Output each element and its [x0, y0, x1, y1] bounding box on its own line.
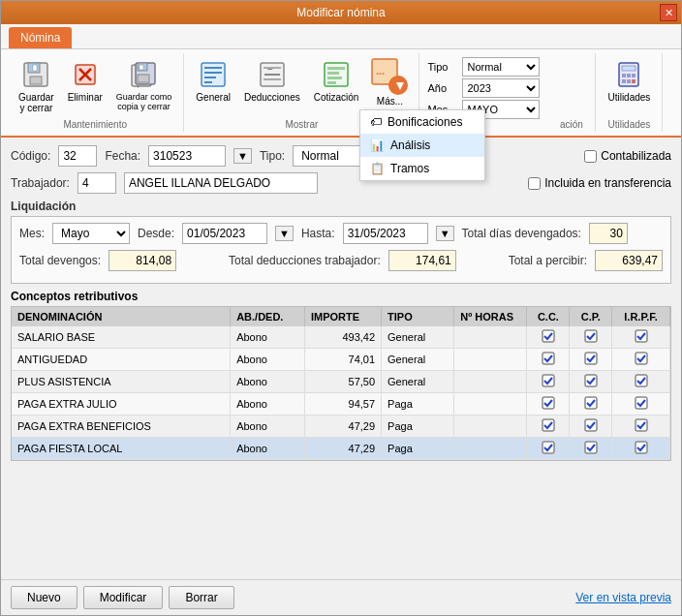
svg-rect-53 — [585, 419, 597, 431]
contabilizada-text: Contabilizada — [601, 149, 671, 163]
svg-rect-14 — [204, 67, 222, 69]
delete-icon — [70, 59, 101, 90]
total-dias-input[interactable] — [589, 223, 628, 244]
save-icon — [20, 59, 51, 90]
cell-irpf[interactable] — [612, 438, 670, 460]
cell-cc[interactable] — [527, 438, 570, 460]
mes-liq-select[interactable]: Mayo — [52, 223, 130, 244]
svg-rect-50 — [585, 397, 597, 409]
col-tipo: TIPO — [382, 307, 454, 326]
ver-preview-link[interactable]: Ver en vista previa — [575, 591, 671, 604]
cell-cc[interactable] — [527, 349, 570, 371]
cell-cp[interactable] — [570, 416, 612, 438]
table-row[interactable]: SALARIO BASE Abono 493,42 General — [12, 326, 670, 349]
svg-rect-51 — [636, 397, 647, 409]
contabilizada-checkbox[interactable] — [584, 150, 597, 163]
cell-cp[interactable] — [570, 349, 612, 371]
modificar-button[interactable]: Modificar — [83, 586, 164, 609]
cell-importe: 94,57 — [304, 393, 381, 416]
svg-rect-55 — [542, 442, 554, 453]
hasta-input[interactable] — [343, 223, 428, 244]
cell-cc[interactable] — [527, 326, 570, 349]
tramos-label: Tramos — [390, 162, 429, 175]
table-row[interactable]: ANTIGUEDAD Abono 74,01 General — [12, 349, 670, 371]
fecha-dropdown[interactable]: ▼ — [233, 148, 252, 164]
tramos-menu-item[interactable]: 📋 Tramos — [360, 157, 484, 180]
ribbon: Guardary cerrar Eliminar — [1, 49, 681, 138]
incluida-checkbox[interactable] — [528, 177, 541, 190]
anio-label: Año — [427, 82, 458, 94]
form-row-1: Código: Fecha: ▼ Tipo: Normal Contabiliz… — [11, 145, 671, 167]
cell-cc[interactable] — [527, 393, 570, 416]
conceptos-title: Conceptos retributivos — [11, 290, 671, 303]
mas-icon: ▼ ... — [370, 57, 409, 96]
svg-rect-46 — [542, 375, 554, 386]
table-row[interactable]: PAGA EXTRA BENEFICIOS Abono 47,29 Paga — [12, 416, 670, 438]
table-row[interactable]: PLUS ASISTENCIA Abono 57,50 General — [12, 371, 670, 393]
cell-irpf[interactable] — [612, 371, 670, 393]
cell-irpf[interactable] — [612, 326, 670, 349]
liquidacion-title: Liquidación — [11, 200, 671, 213]
cell-cp[interactable] — [570, 438, 612, 460]
close-button[interactable]: ✕ — [660, 4, 677, 21]
cell-irpf[interactable] — [612, 349, 670, 371]
cell-irpf[interactable] — [612, 393, 670, 416]
mas-button[interactable]: ▼ ... Más... — [366, 55, 413, 108]
incluida-checkbox-label[interactable]: Incluida en transferencia — [528, 176, 671, 190]
cell-cp[interactable] — [570, 393, 612, 416]
deducciones-button[interactable]: − Deducciones — [238, 55, 306, 107]
general-button[interactable]: General — [190, 55, 236, 107]
cotizacion-button[interactable]: Cotización — [308, 55, 365, 107]
cell-cc[interactable] — [527, 416, 570, 438]
analisis-menu-item[interactable]: 📊 Análisis — [360, 134, 484, 157]
desde-input[interactable] — [182, 223, 267, 244]
total-deducciones-input[interactable] — [388, 250, 456, 271]
table-row[interactable]: PAGA FIESTA LOCAL Abono 47,29 Paga — [12, 438, 670, 460]
main-window: Modificar nómina ✕ Nómina — [0, 0, 682, 616]
delete-button[interactable]: Eliminar — [62, 55, 108, 107]
desde-dropdown[interactable]: ▼ — [275, 226, 294, 241]
cell-cp[interactable] — [570, 371, 612, 393]
cotizacion-label: Cotización — [314, 92, 359, 103]
borrar-button[interactable]: Borrar — [169, 586, 233, 609]
cell-tipo: Paga — [382, 416, 454, 438]
group-mantenimiento: Guardary cerrar Eliminar — [7, 53, 184, 132]
svg-rect-42 — [636, 330, 647, 342]
total-percibir-input[interactable] — [595, 250, 663, 271]
save-button[interactable]: Guardary cerrar — [13, 55, 60, 117]
svg-rect-17 — [204, 81, 212, 83]
cell-ab-ded: Abono — [231, 438, 305, 460]
anio-select[interactable]: 2022 2023 2024 — [462, 78, 540, 98]
tipo-select[interactable]: Normal Extra Especial — [462, 57, 540, 77]
save-copy-label: Guardar comocopia y cerrar — [116, 92, 172, 111]
cell-horas — [454, 416, 527, 438]
trabajador-id-input[interactable] — [78, 172, 116, 194]
utilidades-button[interactable]: Utilidades — [602, 55, 656, 107]
tab-nomina[interactable]: Nómina — [9, 27, 72, 48]
cell-irpf[interactable] — [612, 416, 670, 438]
codigo-input[interactable] — [58, 145, 97, 167]
hasta-dropdown[interactable]: ▼ — [436, 226, 454, 241]
cell-importe: 47,29 — [304, 438, 381, 460]
total-devengos-input[interactable] — [108, 250, 176, 271]
svg-rect-41 — [585, 330, 597, 342]
cell-importe: 47,29 — [304, 416, 381, 438]
svg-rect-38 — [627, 79, 631, 83]
svg-rect-45 — [636, 353, 647, 364]
conceptos-table: DENOMINACIÓN AB./DED. IMPORTE TIPO Nº HO… — [12, 307, 670, 460]
bonificaciones-menu-item[interactable]: 🏷 Bonificaciones — [360, 110, 484, 134]
cell-cc[interactable] — [527, 371, 570, 393]
fecha-input[interactable] — [148, 145, 226, 167]
cell-denominacion: PAGA EXTRA BENEFICIOS — [12, 416, 231, 438]
save-copy-button[interactable]: + Guardar comocopia y cerrar — [110, 55, 178, 115]
svg-rect-39 — [632, 79, 636, 83]
trabajador-name-input[interactable] — [124, 172, 318, 194]
nuevo-button[interactable]: Nuevo — [11, 586, 78, 609]
cell-cp[interactable] — [570, 326, 612, 349]
contabilizada-checkbox-label[interactable]: Contabilizada — [584, 149, 671, 163]
bonus-icon: 🏷 — [370, 115, 382, 129]
save-copy-icon: + — [129, 59, 160, 90]
table-row[interactable]: PAGA EXTRA JULIO Abono 94,57 Paga — [12, 393, 670, 416]
svg-rect-37 — [622, 79, 626, 83]
svg-rect-26 — [327, 77, 342, 79]
